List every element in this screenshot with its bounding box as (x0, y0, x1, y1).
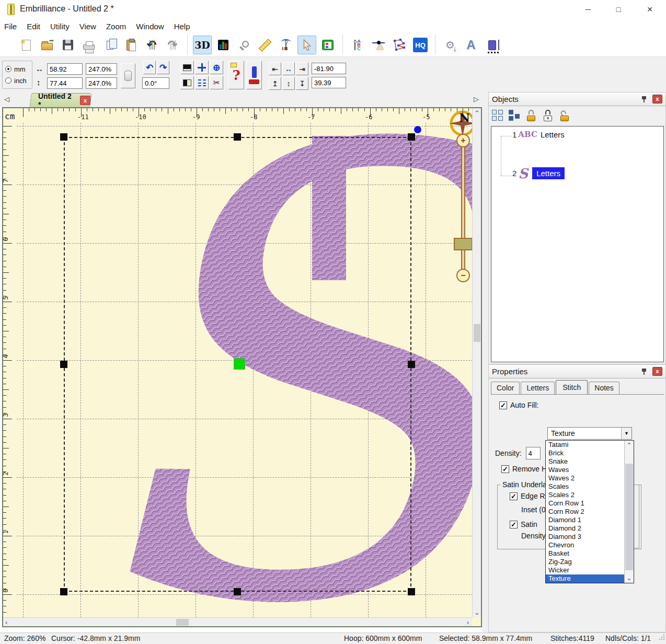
dropdown-option[interactable]: Scales 2 (546, 491, 634, 499)
edge-run-checkbox[interactable]: ✓ (510, 492, 518, 500)
width-field[interactable] (47, 63, 83, 75)
rotation-field[interactable] (142, 77, 169, 89)
selection-handle-bottom-center[interactable] (234, 588, 241, 595)
scroll-down-arrow[interactable]: ⌄ (473, 608, 481, 616)
save-button[interactable] (59, 36, 77, 54)
panel-splitter[interactable] (482, 92, 488, 632)
object-label[interactable]: Letters (541, 130, 565, 139)
design-canvas[interactable]: cm -11-10-9-8-7-6-5 76543210 S N + − ⌃ (2, 107, 482, 627)
tab-color[interactable]: Color (491, 382, 520, 394)
ungroup-button[interactable] (509, 110, 520, 121)
object-properties-button[interactable] (318, 36, 337, 54)
rotate-ccw-button[interactable]: ↶ (143, 61, 156, 74)
tab-nav-left[interactable]: ◁ (2, 94, 12, 105)
paste-button[interactable] (121, 36, 140, 54)
move-mode-toggle[interactable] (195, 61, 209, 74)
node-edit-button[interactable] (369, 36, 388, 54)
remove-hidden-checkbox[interactable]: ✓ (501, 465, 509, 473)
menu-item[interactable]: View (79, 21, 102, 32)
center-handle[interactable] (234, 358, 245, 370)
object-label-selected[interactable]: Letters (532, 167, 565, 179)
stitch-edit-button[interactable] (390, 36, 409, 54)
trim-toggle[interactable]: ✂ (210, 76, 223, 89)
lettering-button[interactable]: A B C (348, 36, 367, 54)
menu-item[interactable]: Utility (50, 21, 75, 32)
zoom-slider-track[interactable] (461, 141, 465, 275)
dropdown-option[interactable]: Corn Row 2 (546, 508, 634, 516)
pos-x-field[interactable] (312, 63, 346, 74)
font-manager-button[interactable]: A (462, 36, 480, 54)
design-export-button[interactable] (483, 36, 501, 54)
copy-button[interactable] (100, 36, 119, 54)
canvas-vertical-scrollbar[interactable]: ⌃ ⌄ (472, 108, 481, 617)
zoom-slider-thumb[interactable] (454, 238, 473, 250)
minimize-button[interactable]: ─ (579, 3, 597, 16)
auto-fill-combobox[interactable]: Texture ▼ (547, 427, 632, 440)
hq-mode-button[interactable]: HQ (411, 36, 430, 54)
zoom-in-button[interactable]: + (456, 134, 470, 147)
dropdown-scroll-thumb[interactable] (625, 464, 633, 570)
undo-button[interactable]: ↶ (142, 36, 161, 54)
unit-mm-radio[interactable]: mm (5, 63, 29, 75)
dropdown-option[interactable]: Diamond 3 (546, 533, 634, 541)
document-tab[interactable]: Untitled 2 * x (29, 93, 92, 107)
contrast-toggle[interactable] (180, 76, 194, 89)
proportional-lock-button[interactable] (121, 63, 135, 88)
zoom-out-button[interactable]: − (456, 269, 470, 282)
align-right-button[interactable]: ⇥ (296, 62, 308, 75)
properties-close-button[interactable]: x (652, 367, 662, 376)
dropdown-option[interactable]: Wicker (546, 566, 634, 574)
show-fill-toggle[interactable] (180, 61, 194, 74)
print-button[interactable] (79, 36, 98, 54)
thread-chart-button[interactable] (214, 36, 233, 54)
dropdown-option[interactable]: Zig-Zag (546, 558, 634, 566)
horizontal-scroll-thumb[interactable] (176, 619, 189, 626)
dropdown-option[interactable]: Chevron (546, 541, 634, 549)
resize-grip[interactable] (659, 634, 665, 640)
auto-fill-checkbox[interactable]: ✓ (499, 401, 507, 409)
dropdown-scroll-down[interactable]: ⌄ (625, 574, 634, 582)
menu-item[interactable]: Edit (27, 21, 46, 32)
lock-button[interactable] (525, 109, 537, 122)
satin-checkbox[interactable]: ✓ (510, 521, 518, 528)
canvas-horizontal-scrollbar[interactable]: ‹ › (3, 617, 472, 626)
width-percent-field[interactable] (86, 63, 117, 75)
dropdown-option[interactable]: Texture (546, 574, 634, 583)
object-item-2[interactable]: 2 S Letters (512, 167, 565, 179)
center-design-toggle[interactable]: ⊕ (210, 61, 223, 74)
object-item-1[interactable]: 1 ABC Letters (512, 130, 565, 139)
stitch-simulator-button[interactable] (277, 36, 295, 54)
pos-y-field[interactable] (312, 77, 346, 88)
redo-button[interactable]: ↷ (163, 36, 182, 54)
pin-icon[interactable] (641, 368, 647, 375)
lock-x-button[interactable]: ✕ (542, 109, 554, 122)
close-button[interactable]: ✕ (641, 3, 659, 16)
scroll-right-arrow[interactable]: › (467, 618, 469, 626)
align-left-button[interactable]: ⇤ (269, 62, 281, 75)
maximize-button[interactable]: □ (610, 3, 627, 16)
dropdown-option[interactable]: Waves 2 (546, 474, 634, 482)
dropdown-scroll-up[interactable]: ⌃ (625, 442, 634, 449)
group-button[interactable] (492, 110, 503, 121)
stitch-list-toggle[interactable] (195, 76, 209, 89)
selection-handle-top-center[interactable] (234, 133, 241, 141)
dropdown-option[interactable]: Snake (546, 457, 634, 466)
align-center-v-button[interactable]: ↕ (282, 77, 295, 90)
tab-close-button[interactable]: x (80, 96, 90, 105)
selection-handle-mid-left[interactable] (60, 361, 67, 368)
menu-item[interactable]: Window (136, 21, 169, 32)
height-field[interactable] (47, 77, 83, 89)
tab-stitch[interactable]: Stitch (556, 380, 588, 395)
density-field[interactable] (526, 447, 541, 459)
dropdown-scrollbar[interactable]: ⌃ ⌄ (624, 441, 634, 583)
scroll-left-arrow[interactable]: ‹ (5, 618, 7, 626)
zoom-tool-button[interactable] (235, 36, 254, 54)
new-button[interactable]: ★ (17, 36, 36, 54)
menu-item[interactable]: Help (174, 21, 196, 32)
dropdown-option[interactable]: Brick (546, 449, 634, 457)
combo-dropdown-button[interactable]: ▼ (621, 428, 631, 439)
selection-handle-top-left[interactable] (60, 133, 67, 141)
tab-notes[interactable]: Notes (589, 382, 619, 394)
rotate-cw-button[interactable]: ↷ (157, 61, 169, 74)
vertical-scroll-thumb[interactable] (474, 324, 480, 342)
